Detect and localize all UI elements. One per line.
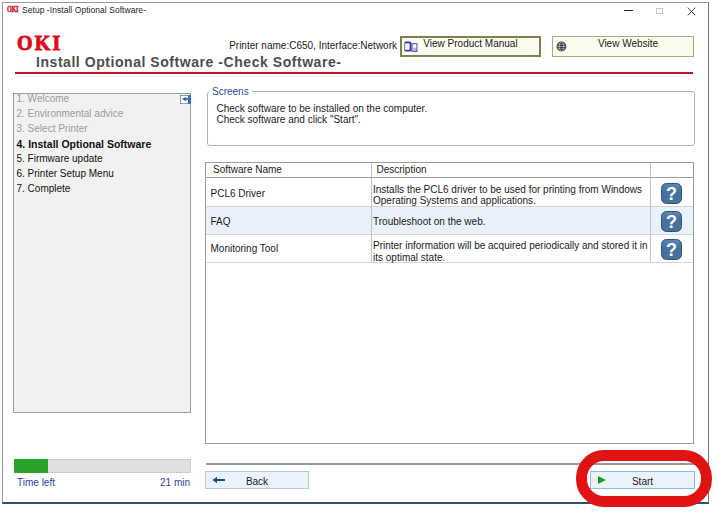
svg-text:?: ? [666,212,677,232]
svg-text:?: ? [666,240,677,260]
svg-text:?: ? [666,184,677,204]
